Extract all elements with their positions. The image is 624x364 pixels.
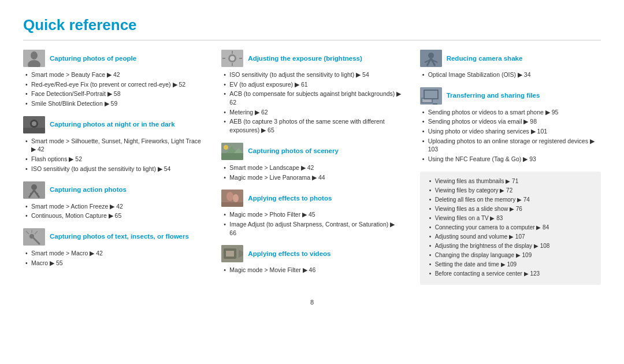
- list-item: Uploading photos to an online storage or…: [422, 137, 601, 154]
- section-scenery: Capturing photos of scenery Smart mode >…: [221, 143, 402, 181]
- section-title-scenery: Capturing photos of scenery: [248, 147, 339, 155]
- list-item: Viewing files on a TV ▶ 83: [429, 214, 594, 222]
- list-item: Viewing files as a slide show ▶ 76: [429, 205, 594, 213]
- list-item: Magic mode > Movie Filter ▶ 46: [224, 266, 402, 274]
- list-item: Continuous, Motion Capture ▶ 65: [25, 211, 204, 220]
- column-2: Adjusting the exposure (brightness) ISO …: [221, 50, 402, 293]
- list-item: ISO sensitivity (to adjust the sensitivi…: [224, 70, 402, 79]
- section-items-people: Smart mode > Beauty Face ▶ 42 Red-eye/Re…: [23, 70, 204, 108]
- list-item: AEB (to capture 3 photos of the same sce…: [224, 117, 402, 134]
- section-items-photo-effects: Magic mode > Photo Filter ▶ 45 Image Adj…: [221, 210, 402, 237]
- section-title-camera-shake: Reducing camera shake: [447, 54, 523, 63]
- section-header-camera-shake: Reducing camera shake: [420, 50, 601, 67]
- content-grid: Capturing photos of people Smart mode > …: [23, 50, 601, 293]
- list-item: Magic mode > Photo Filter ▶ 45: [224, 210, 402, 219]
- section-graybox: Viewing files as thumbnails ▶ 71 Viewing…: [420, 172, 601, 285]
- section-items-action: Smart mode > Action Freeze ▶ 42 Continuo…: [23, 202, 204, 220]
- column-3: Reducing camera shake Optical Image Stab…: [420, 50, 601, 293]
- section-header-night: Capturing photos at night or in the dark: [23, 116, 204, 133]
- list-item: Sending photos or videos to a smart phon…: [422, 108, 601, 117]
- section-night: Capturing photos at night or in the dark…: [23, 116, 204, 173]
- page-title: Quick reference: [23, 16, 601, 34]
- icon-text-insects: [23, 228, 45, 246]
- list-item: Smart mode > Silhouette, Sunset, Night, …: [25, 137, 204, 154]
- list-item: Smart mode > Landscape ▶ 42: [224, 164, 402, 172]
- icon-night: [23, 116, 45, 133]
- icon-people: [23, 50, 45, 67]
- list-item: Image Adjust (to adjust Sharpness, Contr…: [224, 220, 402, 237]
- section-items-video-effects: Magic mode > Movie Filter ▶ 46: [221, 266, 402, 274]
- icon-exposure: [221, 50, 243, 67]
- section-video-effects: Applying effects to videos Magic mode > …: [221, 245, 402, 274]
- section-items-exposure: ISO sensitivity (to adjust the sensitivi…: [221, 70, 402, 135]
- section-header-scenery: Capturing photos of scenery: [221, 143, 402, 160]
- list-item: Viewing files by category ▶ 72: [429, 187, 594, 195]
- section-transfer: Transferring and sharing files Sending p…: [420, 87, 601, 164]
- list-item: Red-eye/Red-eye Fix (to prevent or corre…: [25, 80, 204, 89]
- section-exposure: Adjusting the exposure (brightness) ISO …: [221, 50, 402, 135]
- list-item: Connecting your camera to a computer ▶ 8…: [429, 224, 594, 232]
- svg-rect-5: [23, 128, 45, 133]
- section-header-photo-effects: Applying effects to photos: [221, 190, 402, 207]
- icon-photo-effects: [221, 190, 243, 207]
- list-item: Optical Image Stabilization (OIS) ▶ 34: [422, 70, 601, 79]
- icon-camera-shake: [420, 50, 442, 67]
- section-title-night: Capturing photos at night or in the dark: [50, 120, 175, 129]
- svg-point-21: [230, 56, 235, 61]
- svg-rect-13: [23, 228, 45, 246]
- column-1: Capturing photos of people Smart mode > …: [23, 50, 204, 293]
- svg-rect-50: [433, 103, 437, 105]
- list-item: Deleting all files on the memory ▶ 74: [429, 196, 594, 204]
- svg-rect-34: [221, 202, 243, 207]
- svg-point-30: [224, 145, 228, 150]
- section-items-camera-shake: Optical Image Stabilization (OIS) ▶ 34: [420, 70, 601, 79]
- section-title-text-insects: Capturing photos of text, insects, or fl…: [50, 232, 189, 241]
- list-item: Viewing files as thumbnails ▶ 71: [429, 177, 594, 185]
- list-item: Smart mode > Macro ▶ 42: [25, 249, 204, 258]
- svg-point-32: [226, 192, 233, 201]
- svg-point-6: [32, 121, 36, 126]
- icon-scenery: [221, 143, 243, 160]
- list-item: Before contacting a service center ▶ 123: [429, 270, 594, 278]
- section-header-transfer: Transferring and sharing files: [420, 87, 601, 105]
- section-people: Capturing photos of people Smart mode > …: [23, 50, 204, 108]
- section-title-exposure: Adjusting the exposure (brightness): [248, 54, 362, 63]
- list-item: Smart mode > Beauty Face ▶ 42: [25, 70, 204, 79]
- section-header-people: Capturing photos of people: [23, 50, 204, 67]
- list-item: Flash options ▶ 52: [25, 155, 204, 164]
- section-items-text-insects: Smart mode > Macro ▶ 42 Macro ▶ 55: [23, 249, 204, 267]
- section-items-scenery: Smart mode > Landscape ▶ 42 Magic mode >…: [221, 164, 402, 181]
- list-item: Magic mode > Live Panorama ▶ 44: [224, 173, 402, 182]
- icon-video-effects: [221, 245, 243, 262]
- list-item: Adjusting the brightness of the display …: [429, 242, 594, 250]
- icon-transfer: [420, 87, 442, 105]
- section-photo-effects: Applying effects to photos Magic mode > …: [221, 190, 402, 237]
- svg-point-33: [233, 194, 239, 202]
- list-item: EV (to adjust exposure) ▶ 61: [224, 80, 402, 89]
- section-title-action: Capturing action photos: [50, 185, 127, 194]
- svg-point-1: [31, 51, 38, 60]
- svg-rect-38: [226, 251, 234, 257]
- list-item: Sending photos or videos via email ▶ 98: [422, 117, 601, 126]
- list-item: Metering ▶ 62: [224, 108, 402, 117]
- section-header-action: Capturing action photos: [23, 181, 204, 199]
- list-item: Setting the date and time ▶ 109: [429, 261, 594, 269]
- section-text-insects: Capturing photos of text, insects, or fl…: [23, 228, 204, 267]
- list-item: ISO sensitivity (to adjust the sensitivi…: [25, 165, 204, 173]
- list-item: Adjusting sound and volume ▶ 107: [429, 233, 594, 241]
- section-items-transfer: Sending photos or videos to a smart phon…: [420, 108, 601, 164]
- section-header-text-insects: Capturing photos of text, insects, or fl…: [23, 228, 204, 246]
- list-item: Using the NFC Feature (Tag & Go) ▶ 93: [422, 155, 601, 164]
- section-camera-shake: Reducing camera shake Optical Image Stab…: [420, 50, 601, 79]
- section-header-video-effects: Applying effects to videos: [221, 245, 402, 262]
- list-item: Smile Shot/Blink Detection ▶ 59: [25, 99, 204, 108]
- list-item: Changing the display language ▶ 109: [429, 251, 594, 259]
- svg-point-8: [31, 184, 37, 190]
- list-item: Face Detection/Self-Portrait ▶ 58: [25, 90, 204, 98]
- page-number: 8: [23, 299, 601, 306]
- section-action: Capturing action photos Smart mode > Act…: [23, 181, 204, 220]
- section-items-night: Smart mode > Silhouette, Sunset, Night, …: [23, 137, 204, 173]
- list-item: Using photo or video sharing services ▶ …: [422, 127, 601, 136]
- section-title-video-effects: Applying effects to videos: [248, 250, 330, 258]
- section-items-graybox: Viewing files as thumbnails ▶ 71 Viewing…: [427, 177, 594, 278]
